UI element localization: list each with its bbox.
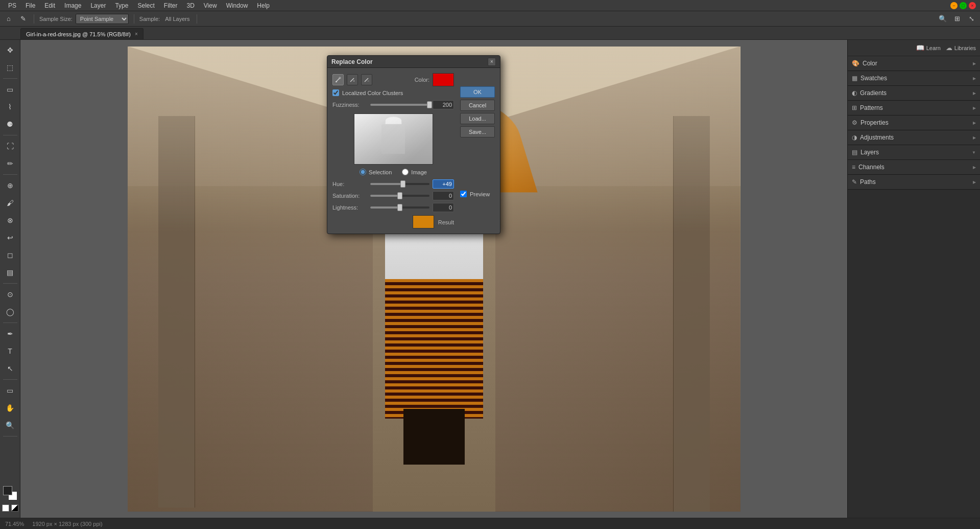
replace-color-dialog[interactable]: Replace Color × + bbox=[327, 55, 500, 234]
menu-select[interactable]: Select bbox=[133, 1, 158, 10]
toolbar-divider-3 bbox=[197, 14, 197, 24]
zoom-tool[interactable]: 🔍 bbox=[2, 417, 18, 433]
tab-close-btn[interactable]: × bbox=[135, 31, 138, 37]
fg-bg-swatches[interactable] bbox=[3, 486, 17, 500]
lightness-thumb[interactable] bbox=[397, 204, 402, 211]
ok-button[interactable]: OK bbox=[460, 86, 495, 98]
move-tool[interactable]: ✥ bbox=[2, 42, 18, 58]
hue-input[interactable] bbox=[433, 179, 454, 189]
saturation-thumb[interactable] bbox=[397, 192, 402, 199]
color-swatch[interactable] bbox=[433, 73, 454, 86]
adjustments-panel-header[interactable]: ◑ Adjustments ▶ bbox=[848, 130, 980, 145]
image-radio[interactable] bbox=[402, 169, 409, 175]
right-sidebar: 📖 Learn ☁ Libraries 🎨 Color ▶ ▦ Swatches… bbox=[847, 40, 980, 518]
paths-panel-header[interactable]: ✎ Paths ▶ bbox=[848, 175, 980, 189]
stamp-tool[interactable]: ⊗ bbox=[2, 212, 18, 228]
marquee-tool[interactable]: ▭ bbox=[2, 81, 18, 98]
menu-file[interactable]: File bbox=[21, 1, 39, 10]
saturation-slider[interactable] bbox=[370, 195, 429, 197]
close-button[interactable]: × bbox=[969, 2, 976, 9]
shape-tool[interactable]: ▭ bbox=[2, 382, 18, 399]
selection-radio-item[interactable]: Selection bbox=[360, 169, 392, 175]
eraser-tool[interactable]: ◻ bbox=[2, 247, 18, 263]
dodge-tool[interactable]: ◯ bbox=[2, 304, 18, 320]
default-colors-btn[interactable] bbox=[2, 504, 9, 512]
history-brush-tool[interactable]: ↩ bbox=[2, 229, 18, 246]
selection-radio[interactable] bbox=[360, 169, 366, 175]
blur-tool[interactable]: ⊙ bbox=[2, 286, 18, 303]
eyedropper-tool[interactable]: ✏ bbox=[2, 155, 18, 172]
path-select-tool[interactable]: ↖ bbox=[2, 360, 18, 377]
quick-select-tool[interactable]: ⚈ bbox=[2, 116, 18, 132]
svg-rect-2 bbox=[336, 81, 337, 82]
lightness-input[interactable] bbox=[433, 203, 454, 212]
minimize-button[interactable]: − bbox=[950, 2, 958, 9]
preview-label[interactable]: Preview bbox=[470, 191, 490, 197]
minimize-toolbar-btn[interactable]: ⤡ bbox=[966, 13, 977, 25]
lasso-tool[interactable]: ⌇ bbox=[2, 99, 18, 115]
brush-tool-btn[interactable]: ✎ bbox=[17, 13, 29, 25]
preview-thumbnail[interactable] bbox=[354, 113, 433, 165]
toolbar-divider-1 bbox=[34, 14, 34, 24]
document-tab[interactable]: Girl-in-a-red-dress.jpg @ 71.5% (RGB/8#)… bbox=[20, 28, 144, 39]
learn-button[interactable]: 📖 Learn bbox=[916, 44, 941, 52]
color-panel-header[interactable]: 🎨 Color ▶ bbox=[848, 56, 980, 71]
canvas-area[interactable]: Replace Color × + bbox=[20, 40, 847, 518]
hand-tool[interactable]: ✋ bbox=[2, 400, 18, 416]
crop-tool[interactable]: ⛶ bbox=[2, 138, 18, 154]
fuzziness-thumb[interactable] bbox=[427, 101, 432, 108]
adjustments-panel: ◑ Adjustments ▶ bbox=[848, 130, 980, 145]
menu-type[interactable]: Type bbox=[111, 1, 132, 10]
libraries-button[interactable]: ☁ Libraries bbox=[946, 44, 976, 52]
properties-panel-header[interactable]: ⚙ Properties ▶ bbox=[848, 116, 980, 130]
home-button[interactable]: ⌂ bbox=[3, 13, 14, 25]
menu-image[interactable]: Image bbox=[60, 1, 85, 10]
fuzziness-slider[interactable] bbox=[370, 104, 429, 106]
channels-panel-header[interactable]: ≡ Channels ▶ bbox=[848, 160, 980, 174]
gradients-panel-header[interactable]: ◐ Gradients ▶ bbox=[848, 86, 980, 100]
localized-clusters-checkbox[interactable] bbox=[332, 89, 339, 96]
swatches-label: Swatches bbox=[861, 75, 887, 82]
menu-window[interactable]: Window bbox=[222, 1, 252, 10]
fuzziness-input[interactable] bbox=[433, 100, 454, 109]
eyedropper-subtract-button[interactable]: − bbox=[361, 74, 372, 85]
menu-view[interactable]: View bbox=[200, 1, 221, 10]
dialog-close-button[interactable]: × bbox=[488, 58, 496, 66]
hue-slider[interactable] bbox=[370, 183, 429, 185]
image-radio-item[interactable]: Image bbox=[402, 169, 427, 175]
dialog-title-bar[interactable]: Replace Color × bbox=[327, 56, 500, 68]
menu-ps[interactable]: PS bbox=[4, 1, 20, 10]
sample-size-select[interactable]: Point Sample 3 by 3 Average 5 by 5 Avera… bbox=[76, 14, 129, 24]
preview-checkbox[interactable] bbox=[460, 191, 467, 197]
lightness-slider[interactable] bbox=[370, 206, 429, 209]
menu-3d[interactable]: 3D bbox=[182, 1, 198, 10]
cancel-button[interactable]: Cancel bbox=[460, 100, 495, 111]
hue-thumb[interactable] bbox=[400, 180, 405, 188]
maximize-button[interactable]: □ bbox=[960, 2, 967, 9]
text-tool[interactable]: T bbox=[2, 343, 18, 359]
eyedropper-button[interactable] bbox=[332, 74, 344, 85]
arrange-button[interactable]: ⊞ bbox=[951, 13, 963, 25]
search-button[interactable]: 🔍 bbox=[937, 13, 948, 25]
save-button[interactable]: Save... bbox=[460, 126, 495, 137]
swap-colors-btn[interactable] bbox=[11, 504, 18, 512]
patterns-panel-header[interactable]: ⊞ Patterns ▶ bbox=[848, 101, 980, 115]
result-swatch[interactable] bbox=[413, 215, 434, 228]
localized-clusters-label[interactable]: Localized Color Clusters bbox=[342, 90, 403, 96]
layers-panel-header[interactable]: ▤ Layers ▼ bbox=[848, 145, 980, 159]
artboard-tool[interactable]: ⬚ bbox=[2, 59, 18, 76]
pen-tool[interactable]: ✒ bbox=[2, 326, 18, 342]
saturation-input[interactable] bbox=[433, 191, 454, 200]
menu-filter[interactable]: Filter bbox=[160, 1, 182, 10]
gradient-tool[interactable]: ▤ bbox=[2, 264, 18, 281]
fuzziness-label: Fuzziness: bbox=[332, 102, 367, 108]
foreground-swatch[interactable] bbox=[3, 486, 12, 495]
load-button[interactable]: Load... bbox=[460, 113, 495, 124]
brush-tool[interactable]: 🖌 bbox=[2, 195, 18, 211]
menu-layer[interactable]: Layer bbox=[86, 1, 110, 10]
menu-edit[interactable]: Edit bbox=[40, 1, 59, 10]
menu-help[interactable]: Help bbox=[253, 1, 274, 10]
swatches-panel-header[interactable]: ▦ Swatches ▶ bbox=[848, 71, 980, 85]
spot-heal-tool[interactable]: ⊕ bbox=[2, 177, 18, 194]
eyedropper-add-button[interactable]: + bbox=[347, 74, 358, 85]
